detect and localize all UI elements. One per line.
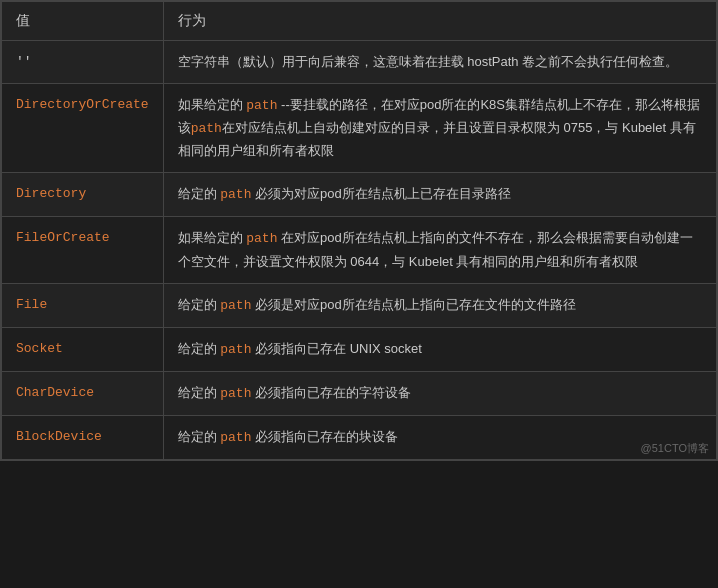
behavior-cell: 给定的 path 必须指向已存在的块设备: [163, 415, 716, 459]
value-cell: Socket: [2, 327, 164, 371]
value-cell: File: [2, 283, 164, 327]
behavior-cell: 如果给定的 path 在对应pod所在结点机上指向的文件不存在，那么会根据需要自…: [163, 217, 716, 283]
table-row: Directory给定的 path 必须为对应pod所在结点机上已存在目录路径: [2, 173, 717, 217]
behavior-cell: 给定的 path 必须指向已存在的字符设备: [163, 371, 716, 415]
table-header-row: 值 行为: [2, 2, 717, 41]
watermark: @51CTO博客: [641, 441, 709, 456]
value-cell: BlockDevice: [2, 415, 164, 459]
behavior-cell: 如果给定的 path --要挂载的路径，在对应pod所在的K8S集群结点机上不存…: [163, 84, 716, 173]
table-row: CharDevice给定的 path 必须指向已存在的字符设备: [2, 371, 717, 415]
value-cell: CharDevice: [2, 371, 164, 415]
table-row: Socket给定的 path 必须指向已存在 UNIX socket: [2, 327, 717, 371]
table-container: 值 行为 ''空字符串（默认）用于向后兼容，这意味着在挂载 hostPath 卷…: [0, 0, 718, 461]
table-row: ''空字符串（默认）用于向后兼容，这意味着在挂载 hostPath 卷之前不会执…: [2, 41, 717, 84]
table-row: BlockDevice给定的 path 必须指向已存在的块设备: [2, 415, 717, 459]
value-cell: Directory: [2, 173, 164, 217]
header-behavior: 行为: [163, 2, 716, 41]
table-row: FileOrCreate如果给定的 path 在对应pod所在结点机上指向的文件…: [2, 217, 717, 283]
main-table: 值 行为 ''空字符串（默认）用于向后兼容，这意味着在挂载 hostPath 卷…: [1, 1, 717, 460]
header-value: 值: [2, 2, 164, 41]
behavior-cell: 空字符串（默认）用于向后兼容，这意味着在挂载 hostPath 卷之前不会执行任…: [163, 41, 716, 84]
behavior-cell: 给定的 path 必须为对应pod所在结点机上已存在目录路径: [163, 173, 716, 217]
value-cell: DirectoryOrCreate: [2, 84, 164, 173]
table-row: File给定的 path 必须是对应pod所在结点机上指向已存在文件的文件路径: [2, 283, 717, 327]
behavior-cell: 给定的 path 必须指向已存在 UNIX socket: [163, 327, 716, 371]
value-cell: '': [2, 41, 164, 84]
behavior-cell: 给定的 path 必须是对应pod所在结点机上指向已存在文件的文件路径: [163, 283, 716, 327]
table-row: DirectoryOrCreate如果给定的 path --要挂载的路径，在对应…: [2, 84, 717, 173]
value-cell: FileOrCreate: [2, 217, 164, 283]
